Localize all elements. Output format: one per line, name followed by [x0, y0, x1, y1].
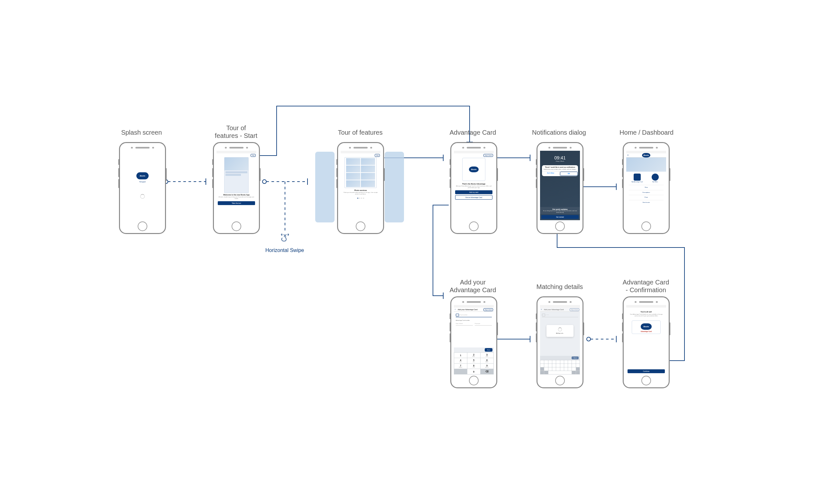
dialog-body: Notifications may include alerts, sounds…	[543, 169, 577, 170]
offers-icon	[652, 173, 659, 181]
allow-button[interactable]: OK	[560, 172, 578, 176]
link-photo[interactable]: Photo	[629, 195, 664, 200]
dialog-title: "Boots" would like to send you notificat…	[543, 167, 577, 168]
numeric-keypad[interactable]: 1 2ABC 3DEF 4GHI 5JKL 6MNO 7PQRS 8TUV 9W…	[454, 352, 494, 375]
svg-point-17	[587, 337, 591, 341]
label-notifications: Notifications dialog	[527, 129, 591, 136]
label-advantage: Advantage Card	[444, 129, 502, 136]
permission-dialog: "Boots" would like to send you notificat…	[542, 165, 578, 176]
boots-logo: Boots	[642, 153, 650, 158]
spinner-icon	[558, 328, 562, 331]
matching-navbar: ‹ Add your Advantage Card Skip & finish	[540, 308, 580, 312]
lock-date: Friday 1 March	[540, 161, 580, 162]
label-add-card: Add your Advantage Card	[444, 278, 502, 294]
phone-splash: Boots Feel good	[119, 142, 166, 234]
back-icon[interactable]: ‹	[541, 308, 542, 311]
swipe-label: Horizontal Swipe	[264, 248, 306, 253]
label-home: Home / Dashboard	[614, 129, 679, 136]
deny-button[interactable]: Don't Allow	[542, 171, 560, 176]
skip-finish-button: Skip & finish	[570, 308, 579, 311]
card-icon	[456, 314, 459, 316]
offers-tile[interactable]: My Offers	[647, 173, 664, 183]
phone-confirm: You're all set! Your Advantage Card deta…	[623, 296, 670, 388]
confirm-sub: Your Advantage Card details are now avai…	[626, 313, 666, 318]
page-dots	[341, 198, 381, 198]
phone-home: ≡ Boots My Advantage Card My Offers Shop…	[623, 142, 670, 234]
phone-tour: Skip Photo services Order your favourite…	[337, 142, 384, 234]
loading-text: Adding card...	[548, 333, 572, 334]
loading-dialog: Adding card...	[547, 325, 573, 337]
postcode-input[interactable]: Postcode	[475, 322, 492, 326]
phone-add-card: ‹ Add your Advantage Card Skip & finish …	[450, 296, 497, 388]
add-card-button[interactable]: Add my card	[455, 190, 492, 194]
carousel-prev	[315, 152, 334, 223]
label-matching: Matching details	[531, 283, 589, 291]
done-button: Done	[572, 356, 579, 359]
label-tour-start: Tour of features - Start	[207, 124, 265, 140]
welcome-sub: A faster, simpler way to shop your favou…	[217, 196, 256, 200]
advantage-card-preview: Boots	[462, 158, 485, 181]
svg-point-3	[263, 180, 266, 184]
boots-logo: Boots	[136, 172, 149, 180]
done-button[interactable]: Done	[485, 348, 492, 352]
label-splash: Splash screen	[113, 129, 170, 136]
phone-matching: ‹ Add your Advantage Card Skip & finish …	[536, 296, 584, 388]
label-tour: Tour of features	[325, 129, 395, 136]
back-icon[interactable]: ‹	[455, 308, 455, 311]
skip-button[interactable]: Skip	[250, 154, 256, 157]
skip-finish-button[interactable]: Skip & finish	[484, 308, 493, 311]
notif-sub: So we bring back our best offers, timely…	[542, 210, 578, 213]
qwerty-keyboard	[540, 360, 580, 375]
get-started-button[interactable]: Get started	[541, 215, 579, 219]
card-icon	[634, 173, 641, 181]
flow-canvas: Splash screen Tour of features - Start T…	[0, 0, 835, 504]
menu-icon[interactable]: ≡	[627, 154, 629, 156]
link-shop[interactable]: Shop	[629, 185, 664, 190]
lock-time: 09:41	[540, 155, 580, 161]
continue-button[interactable]: Continue	[628, 369, 665, 373]
confirm-card-text: Advantage Card	[633, 331, 659, 332]
swipe-gesture	[279, 232, 291, 246]
phone-notifications: 09:41 Friday 1 March "Boots" would like …	[536, 142, 584, 234]
hero-image	[626, 158, 666, 172]
phone-advantage: Skip & finish Boots That's the Boots Adv…	[450, 142, 497, 234]
section-label: Advantage Card number	[456, 320, 492, 321]
advantage-card-tile[interactable]: My Advantage Card	[629, 173, 646, 183]
link-store-locator[interactable]: Store locator	[629, 200, 664, 205]
add-card-title: Add your Advantage Card	[458, 309, 477, 311]
phone-tour-start: Skip Welcome to the new Boots App A fast…	[213, 142, 260, 234]
swipe-icon	[279, 232, 291, 245]
home-navbar: ≡ Boots	[626, 153, 666, 158]
tour-sub: Order your favourite photo products in t…	[341, 191, 381, 196]
card-number-input[interactable]: Card number	[460, 314, 467, 316]
get-card-button[interactable]: Get an Advantage Card	[455, 195, 492, 200]
label-confirm: Advantage Card - Confirmation	[614, 278, 678, 294]
add-card-navbar: ‹ Add your Advantage Card Skip & finish	[454, 308, 494, 312]
carousel-next	[385, 152, 404, 223]
link-prescriptions[interactable]: Prescriptions	[629, 190, 664, 195]
tour-preview	[345, 157, 376, 188]
skip-button[interactable]: Skip	[375, 154, 380, 157]
splash-tagline: Feel good	[140, 181, 146, 183]
advantage-sub: Add your Boots Advantage Card to unlock …	[454, 185, 494, 189]
matching-title: Add your Advantage Card	[544, 309, 564, 311]
skip-finish-button[interactable]: Skip & finish	[484, 154, 493, 157]
confirm-card: Boots Advantage Card	[632, 320, 661, 334]
spinner-icon	[140, 194, 145, 198]
home-links: Shop Prescriptions Photo Store locator	[626, 185, 666, 205]
dob-input[interactable]: Date of birth	[456, 322, 473, 326]
tour-start-preview	[224, 157, 249, 193]
connector-layer	[0, 0, 835, 504]
take-tour-button[interactable]: Take the tour	[218, 201, 255, 205]
